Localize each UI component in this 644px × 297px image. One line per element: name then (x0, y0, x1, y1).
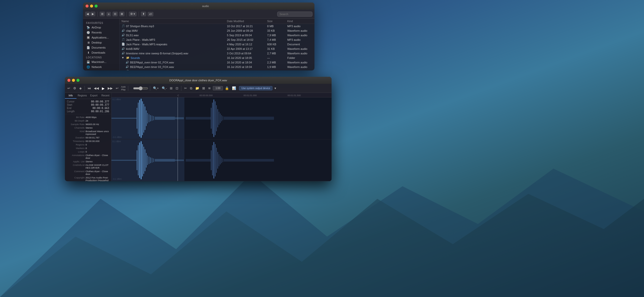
ruler-mark-500: 00:00:00.500 (199, 94, 213, 97)
zoom-fit-button[interactable]: ⊞ (169, 86, 174, 91)
view-icon-list[interactable]: ≡ (106, 12, 111, 16)
svg-rect-13 (149, 114, 149, 122)
length-label: Length (67, 110, 75, 113)
sidebar-item-airdrop[interactable]: 📡 AirDrop (84, 25, 119, 30)
sidebar-item-label-documents: Documents (92, 46, 106, 49)
loop-button[interactable]: ↩ (115, 86, 119, 91)
file-kind: Folder (287, 56, 312, 59)
waveform-area[interactable]: C 00:00:00.500 00:01:01.000 00:01:01.500… (111, 93, 332, 181)
svg-rect-56 (217, 152, 218, 168)
svg-rect-55 (216, 148, 217, 173)
tab-info[interactable]: Info (65, 93, 76, 99)
output-device-button[interactable]: Use system output device (239, 86, 272, 90)
folder-expand-icon: ▼ (122, 56, 125, 60)
svg-rect-46 (153, 158, 154, 162)
maximize-button[interactable] (95, 5, 98, 8)
waveform-track-right[interactable]: 0.1 dBm -3.1 dBm (111, 139, 332, 181)
table-row[interactable]: 🔊BEEPAppl_oven timer 03_FOX.wav 16 Jul 2… (124, 65, 314, 69)
zoom-out-button[interactable]: 🔍- (161, 86, 168, 91)
tab-export[interactable]: Export (88, 93, 100, 99)
auto-play-button[interactable]: AutoPlay (120, 86, 126, 91)
meter-button[interactable]: 📊 (231, 86, 237, 91)
zoom-level-input[interactable] (213, 86, 223, 90)
svg-rect-40 (145, 149, 145, 171)
file-size: 7,4 MB (267, 38, 287, 41)
zoom-fill-button[interactable]: ⊡ (175, 86, 179, 91)
table-row[interactable]: ▼ 📁 Sounds 16 Jul 2020 at 18:05 — Folder (119, 56, 314, 60)
file-name-cell: 🔊BEEPAppl_oven timer_FOX.wav (126, 70, 227, 70)
forward-button[interactable]: ▶ (90, 12, 95, 16)
info-label-timestamp: Timestamp (67, 140, 85, 142)
file-date: 16 Jul 2020 at 18:04 (227, 61, 267, 64)
share-button[interactable]: ⬆ (141, 12, 146, 16)
table-row[interactable]: 🎵07 Shotgun Blues.mp3 10 Oct 2017 at 16:… (119, 24, 314, 28)
toolbar-separator-2 (127, 12, 127, 17)
svg-rect-14 (150, 115, 151, 121)
output-dropdown-button[interactable]: ▾ (273, 86, 277, 91)
settings-button[interactable]: ⚙ (72, 86, 77, 91)
file-icon: 📄 (122, 43, 125, 46)
table-row[interactable]: 🔊kickB.WAV 22 Apr 2009 at 13:17 31 KB Wa… (119, 47, 314, 51)
audio-editor-window: DOORAppl_close door clothes dryer_FOX.wa… (65, 77, 332, 181)
table-row[interactable]: 📄Jack Plane - Walls.MP3.reapeaks 4 May 2… (119, 42, 314, 47)
ruler-mark-1000: 00:01:01.000 (244, 94, 257, 97)
effects-button[interactable]: ◈ (78, 86, 83, 91)
action-button[interactable]: ⚙ ▾ (129, 12, 137, 16)
minimize-button[interactable] (90, 5, 93, 8)
zoom-in-button[interactable]: 🔍+ (152, 86, 160, 91)
sidebar-item-documents[interactable]: 📄 Documents (84, 45, 119, 50)
volume-slider[interactable] (133, 86, 148, 90)
view-icon-grid[interactable]: ⊞ (100, 12, 105, 16)
tag-button[interactable]: 🏷 (148, 12, 153, 16)
table-row[interactable]: 🔊BEEPAppl_oven timer_FOX.wav 16 Jul 2020… (124, 69, 314, 70)
table-row[interactable]: 🔊BEEPAppl_oven timer 02_FOX.wav 16 Jul 2… (124, 60, 314, 65)
view-icon-columns[interactable]: ⊟ (112, 12, 118, 16)
tab-regions[interactable]: Regions (76, 93, 88, 99)
close-button[interactable] (86, 5, 89, 8)
svg-rect-25 (216, 105, 217, 131)
audio-close-button[interactable] (67, 79, 70, 82)
audio-maximize-button[interactable] (76, 79, 79, 82)
table-row[interactable]: 🎵Jack Plane - Walls.MP3 26 Sep 2015 at 1… (119, 38, 314, 42)
view-icon-gallery[interactable]: ⊠ (119, 12, 125, 16)
folder-button[interactable]: 📁 (194, 86, 200, 91)
edit-cut-button[interactable]: ✂ (183, 86, 188, 91)
sidebar-item-desktop[interactable]: 🖥 Desktop (84, 40, 119, 45)
play-button[interactable]: ▶ (101, 86, 106, 91)
back-button[interactable]: ◀◀ (93, 86, 100, 91)
finder-toolbar: ◀ ▶ ⊞ ≡ ⊟ ⊠ ⚙ ▾ ⬆ 🏷 (83, 10, 314, 19)
waveform-track-left[interactable]: 0.1 dBm -3.1 dBm (111, 97, 332, 139)
audio-toolbar-sep-3 (150, 86, 150, 91)
table-row[interactable]: 🔊clap.WAV 29 Jun 2009 at 09:28 33 KB Wav… (119, 28, 314, 33)
sidebar-item-network[interactable]: 🌐 Network (84, 64, 119, 69)
rewind-button[interactable]: ⏮ (87, 86, 92, 91)
table-row[interactable]: 🔊limestone mine sine sweep B-format (Sni… (119, 51, 314, 56)
file-date: 3 Oct 2019 at 09:64 (227, 52, 267, 55)
back-button[interactable]: ◀ (85, 12, 90, 16)
macintosh-icon: 💾 (87, 60, 90, 64)
history-back-button[interactable]: ↩ (66, 86, 71, 91)
waveform-button[interactable]: ≋ (207, 86, 212, 91)
audio-toolbar-sep-1 (85, 86, 85, 91)
sidebar-item-downloads[interactable]: ⬇ Downloads (84, 50, 119, 55)
sidebar-item-macintosh[interactable]: 💾 Macintosh... (84, 59, 119, 64)
info-label-regions: Regions (67, 143, 85, 146)
sidebar-item-label-applications: Applications... (92, 36, 109, 39)
tab-recent[interactable]: Recent (100, 93, 111, 99)
info-row-annotations: Annotations Clothes dryer - Close door (67, 153, 109, 160)
sidebar-item-label-recents: Recents (92, 31, 102, 34)
lock-button[interactable]: 🔒 (224, 86, 230, 91)
sidebar-item-recents[interactable]: 🕐 Recents (84, 30, 119, 35)
forward-button[interactable]: ▶▶ (107, 86, 114, 91)
table-row[interactable]: 🔊DLS1.wav 5 Sep 2019 at 09:04 7,9 MB Wav… (119, 33, 314, 38)
sidebar-item-applications[interactable]: 🔲 Applications... (84, 35, 119, 40)
start-label: Start (67, 103, 72, 106)
airdrop-icon: 📡 (87, 26, 90, 29)
info-tabs: Info Regions Export Recent (65, 93, 111, 99)
trim-button[interactable]: ⊠ (201, 86, 206, 91)
ruler-mark-c: C (178, 94, 179, 97)
edit-copy-button[interactable]: ⧉ (189, 86, 193, 91)
audio-minimize-button[interactable] (72, 79, 75, 82)
file-size: 2,6 MB (267, 70, 287, 70)
search-input[interactable] (277, 12, 312, 17)
